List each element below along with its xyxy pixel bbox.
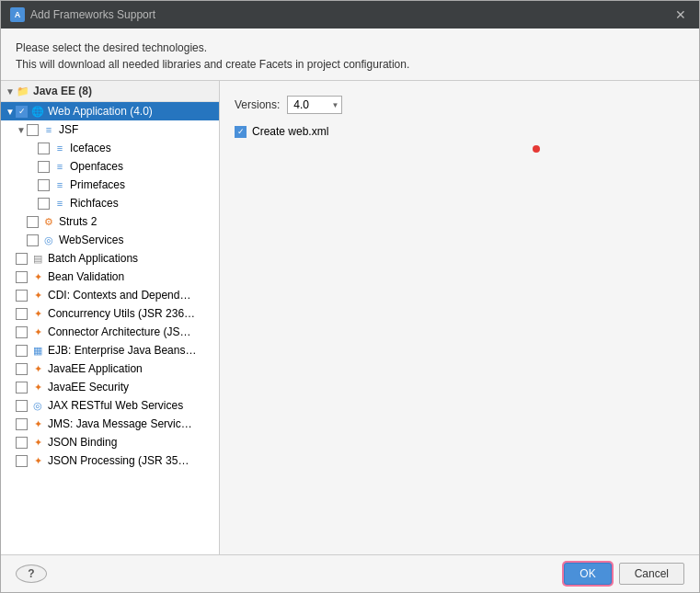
icon-bean-validation: ✦ — [30, 269, 45, 284]
icon-icefaces: ≡ — [52, 141, 67, 155]
tree-item-webservices[interactable]: ◎WebServices — [1, 231, 219, 249]
label-jsf: JSF — [59, 123, 78, 136]
tree-item-json-binding[interactable]: ✦JSON Binding — [1, 433, 219, 451]
checkbox-connector[interactable] — [16, 326, 28, 338]
label-web-application: Web Application (4.0) — [48, 105, 153, 118]
icon-struts2: ⚙ — [41, 214, 56, 229]
tree-item-jax-rest[interactable]: ◎JAX RESTful Web Services — [1, 396, 219, 415]
dialog-title: Add Frameworks Support — [30, 8, 155, 21]
tree-item-openfaces[interactable]: ≡Openfaces — [1, 157, 219, 176]
tree-section-header: ▼ 📁 Java EE (8) — [1, 81, 219, 102]
create-webxml-label: Create web.xml — [252, 125, 328, 138]
version-row: Versions: 4.0 3.1 3.0 2.5 — [235, 96, 684, 114]
checkbox-concurrency[interactable] — [16, 308, 28, 320]
tree-item-icefaces[interactable]: ≡Icefaces — [1, 139, 219, 157]
label-webservices: WebServices — [59, 234, 123, 246]
icon-ejb: ▦ — [30, 343, 45, 358]
cancel-button[interactable]: Cancel — [619, 563, 684, 585]
chevron-web-application: ▼ — [5, 107, 16, 117]
checkbox-web-application[interactable]: ✓ — [16, 106, 28, 118]
tree-item-javaee-app[interactable]: ✦JavaEE Application — [1, 359, 219, 378]
checkbox-openfaces[interactable] — [38, 161, 50, 173]
checkbox-richfaces[interactable] — [38, 198, 50, 210]
tree-item-json-processing[interactable]: ✦JSON Processing (JSR 35… — [1, 451, 219, 470]
create-webxml-checkbox[interactable]: ✓ — [235, 126, 247, 138]
checkbox-bean-validation[interactable] — [16, 271, 28, 283]
checkbox-json-processing[interactable] — [16, 455, 28, 467]
icon-javaee-sec: ✦ — [30, 380, 45, 394]
dialog-icon: A — [10, 7, 25, 22]
description-area: Please select the desired technologies. … — [1, 29, 699, 80]
checkbox-webservices[interactable] — [27, 234, 39, 246]
red-dot-indicator — [533, 145, 540, 153]
tree-item-struts2[interactable]: ⚙Struts 2 — [1, 212, 219, 231]
checkbox-struts2[interactable] — [27, 216, 39, 228]
create-webxml-row[interactable]: ✓ Create web.xml — [235, 125, 684, 138]
tree-item-jsf[interactable]: ▼≡JSF — [1, 120, 219, 139]
footer-buttons: OK Cancel — [564, 563, 684, 585]
label-richfaces: Richfaces — [70, 197, 119, 210]
label-jax-rest: JAX RESTful Web Services — [48, 399, 183, 412]
label-openfaces: Openfaces — [70, 160, 123, 173]
label-batch: Batch Applications — [48, 252, 138, 265]
tree-item-richfaces[interactable]: ≡Richfaces — [1, 194, 219, 212]
icon-javaee-app: ✦ — [30, 361, 45, 376]
tree-item-connector[interactable]: ✦Connector Architecture (JS… — [1, 323, 219, 341]
tree-item-concurrency[interactable]: ✦Concurrency Utils (JSR 236… — [1, 304, 219, 323]
description-line2: This will download all needed libraries … — [16, 56, 684, 73]
checkbox-batch[interactable] — [16, 253, 28, 265]
icon-cdi: ✦ — [30, 288, 45, 302]
checkbox-jax-rest[interactable] — [16, 400, 28, 412]
help-button[interactable]: ? — [16, 564, 47, 583]
checkbox-jsf[interactable] — [27, 124, 39, 136]
title-bar: A Add Frameworks Support ✕ — [1, 1, 699, 29]
section-chevron: ▼ — [5, 86, 16, 97]
tree-item-primefaces[interactable]: ≡Primefaces — [1, 176, 219, 194]
version-select[interactable]: 4.0 3.1 3.0 2.5 — [287, 96, 342, 114]
icon-batch: ▤ — [30, 251, 45, 266]
config-panel: Versions: 4.0 3.1 3.0 2.5 ✓ Create web.x… — [220, 81, 699, 554]
framework-tree-panel: ▼ 📁 Java EE (8) ▼✓🌐Web Application (4.0)… — [1, 81, 220, 554]
label-bean-validation: Bean Validation — [48, 270, 124, 283]
ok-button[interactable]: OK — [564, 563, 611, 585]
tree-item-bean-validation[interactable]: ✦Bean Validation — [1, 268, 219, 286]
close-button[interactable]: ✕ — [671, 6, 690, 24]
label-json-binding: JSON Binding — [48, 436, 117, 449]
checkbox-cdi[interactable] — [16, 290, 28, 302]
tree-item-jms[interactable]: ✦JMS: Java Message Servic… — [1, 415, 219, 433]
label-ejb: EJB: Enterprise Java Beans… — [48, 344, 196, 357]
tree-item-cdi[interactable]: ✦CDI: Contexts and Depend… — [1, 286, 219, 304]
label-connector: Connector Architecture (JS… — [48, 325, 190, 338]
label-javaee-app: JavaEE Application — [48, 362, 143, 375]
icon-jsf: ≡ — [41, 122, 56, 137]
checkbox-primefaces[interactable] — [38, 179, 50, 191]
section-label: Java EE (8) — [33, 85, 92, 97]
chevron-jsf: ▼ — [16, 125, 27, 135]
icon-json-processing: ✦ — [30, 453, 45, 468]
label-jms: JMS: Java Message Servic… — [48, 417, 192, 430]
main-content: ▼ 📁 Java EE (8) ▼✓🌐Web Application (4.0)… — [1, 80, 699, 554]
icon-richfaces: ≡ — [52, 196, 67, 211]
label-icefaces: Icefaces — [70, 142, 111, 154]
checkbox-jms[interactable] — [16, 418, 28, 430]
version-label: Versions: — [235, 98, 280, 111]
checkbox-icefaces[interactable] — [38, 143, 50, 154]
tree-item-javaee-sec[interactable]: ✦JavaEE Security — [1, 378, 219, 396]
checkbox-javaee-sec[interactable] — [16, 382, 28, 393]
tree-item-ejb[interactable]: ▦EJB: Enterprise Java Beans… — [1, 341, 219, 359]
label-concurrency: Concurrency Utils (JSR 236… — [48, 307, 195, 320]
dialog-footer: ? OK Cancel — [1, 554, 699, 592]
checkbox-json-binding[interactable] — [16, 437, 28, 449]
label-javaee-sec: JavaEE Security — [48, 381, 129, 393]
tree-item-batch[interactable]: ▤Batch Applications — [1, 249, 219, 268]
icon-jms: ✦ — [30, 416, 45, 431]
version-select-wrapper[interactable]: 4.0 3.1 3.0 2.5 — [287, 96, 342, 114]
label-json-processing: JSON Processing (JSR 35… — [48, 454, 189, 467]
tree-container: ▼✓🌐Web Application (4.0)▼≡JSF≡Icefaces≡O… — [1, 102, 219, 470]
java-ee-icon: 📁 — [16, 84, 30, 98]
icon-primefaces: ≡ — [52, 177, 67, 192]
checkbox-ejb[interactable] — [16, 345, 28, 357]
checkbox-javaee-app[interactable] — [16, 363, 28, 375]
tree-item-web-application[interactable]: ▼✓🌐Web Application (4.0) — [1, 102, 219, 120]
label-primefaces: Primefaces — [70, 178, 125, 191]
